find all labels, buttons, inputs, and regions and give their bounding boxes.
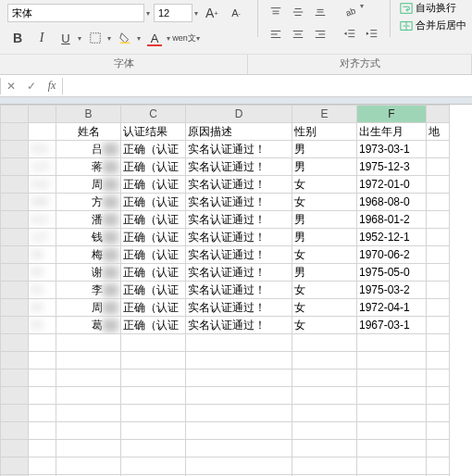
- cell[interactable]: [427, 370, 450, 387]
- cell[interactable]: 正确（认证: [121, 158, 186, 176]
- border-dropdown-icon[interactable]: ▾: [107, 34, 111, 43]
- cell[interactable]: 1968-08-0: [357, 194, 427, 211]
- cell[interactable]: 正确（认证: [121, 194, 186, 211]
- col-header-c[interactable]: C: [121, 106, 186, 123]
- col-header-a[interactable]: [29, 106, 56, 123]
- cell[interactable]: [186, 405, 292, 422]
- cell[interactable]: 实名认证通过！: [186, 229, 292, 246]
- cell[interactable]: [56, 370, 121, 387]
- cell[interactable]: 1970-06-2: [357, 246, 427, 264]
- orientation-dropdown-icon[interactable]: ▾: [360, 2, 364, 22]
- phonetic-button[interactable]: wen文: [174, 28, 194, 48]
- increase-indent-button[interactable]: [362, 24, 382, 44]
- cell[interactable]: [357, 352, 427, 370]
- cell[interactable]: [186, 422, 292, 440]
- align-middle-button[interactable]: [288, 2, 308, 22]
- row-header[interactable]: [1, 123, 29, 141]
- spreadsheet-grid[interactable]: B C D E F 姓名 认证结果 原因描述 性别 出生年月 地 031 吕██…: [0, 105, 472, 476]
- cell[interactable]: 实名认证通过！: [186, 317, 292, 334]
- cell[interactable]: [292, 422, 357, 440]
- cell[interactable]: [292, 352, 357, 370]
- cell[interactable]: [29, 457, 56, 475]
- cell[interactable]: [121, 422, 186, 440]
- align-top-button[interactable]: [266, 2, 286, 22]
- cell[interactable]: 钱██: [56, 229, 121, 246]
- cell[interactable]: 女: [292, 194, 357, 211]
- merge-center-button[interactable]: 合并后居中: [398, 18, 468, 33]
- cell[interactable]: [29, 387, 56, 405]
- cancel-formula-button[interactable]: ✕: [1, 76, 21, 96]
- cell[interactable]: [427, 387, 450, 405]
- align-bottom-button[interactable]: [310, 2, 330, 22]
- cell[interactable]: [121, 440, 186, 457]
- accept-formula-button[interactable]: ✓: [21, 76, 42, 96]
- cell[interactable]: 127: [29, 229, 56, 246]
- cell[interactable]: 正确（认证: [121, 246, 186, 264]
- align-center-button[interactable]: [288, 24, 308, 44]
- cell[interactable]: 李██: [56, 282, 121, 299]
- cell[interactable]: [357, 334, 427, 352]
- row-header[interactable]: [1, 370, 29, 387]
- cell[interactable]: 正确（认证: [121, 211, 186, 229]
- col-header-b[interactable]: B: [56, 106, 121, 123]
- cell[interactable]: [121, 334, 186, 352]
- cell[interactable]: 04: [29, 299, 56, 317]
- cell[interactable]: [29, 370, 56, 387]
- row-header[interactable]: [1, 352, 29, 370]
- cell[interactable]: 女: [292, 317, 357, 334]
- cell[interactable]: 正确（认证: [121, 299, 186, 317]
- cell[interactable]: [357, 422, 427, 440]
- row-header[interactable]: [1, 246, 29, 264]
- cell[interactable]: 012: [29, 211, 56, 229]
- cell[interactable]: [427, 352, 450, 370]
- cell[interactable]: [121, 352, 186, 370]
- cell[interactable]: [29, 405, 56, 422]
- align-right-button[interactable]: [310, 24, 330, 44]
- cell[interactable]: [427, 405, 450, 422]
- row-header[interactable]: [1, 141, 29, 158]
- cell[interactable]: [292, 457, 357, 475]
- cell[interactable]: [427, 264, 450, 282]
- formula-input[interactable]: [63, 75, 472, 96]
- cell[interactable]: 谢██: [56, 264, 121, 282]
- cell[interactable]: 男: [292, 264, 357, 282]
- cell[interactable]: [29, 123, 56, 141]
- grow-font-button[interactable]: A+: [202, 3, 222, 23]
- cell[interactable]: [56, 334, 121, 352]
- cell[interactable]: 实名认证通过！: [186, 141, 292, 158]
- cell[interactable]: 男: [292, 141, 357, 158]
- cell[interactable]: 实名认证通过！: [186, 282, 292, 299]
- cell[interactable]: [292, 387, 357, 405]
- cell[interactable]: 出生年月: [357, 123, 427, 141]
- row-header[interactable]: [1, 176, 29, 194]
- border-button[interactable]: [85, 28, 106, 48]
- cell[interactable]: [427, 317, 450, 334]
- shrink-font-button[interactable]: A-: [226, 3, 246, 23]
- cell[interactable]: 认证结果: [121, 123, 186, 141]
- row-header[interactable]: [1, 194, 29, 211]
- row-header[interactable]: [1, 440, 29, 457]
- cell[interactable]: [427, 246, 450, 264]
- cell[interactable]: [186, 334, 292, 352]
- cell[interactable]: 正确（认证: [121, 141, 186, 158]
- cell[interactable]: [121, 370, 186, 387]
- fill-color-dropdown-icon[interactable]: ▾: [137, 34, 141, 43]
- bold-button[interactable]: B: [7, 28, 28, 48]
- cell[interactable]: 1952-12-1: [357, 229, 427, 246]
- cell[interactable]: [357, 457, 427, 475]
- cell[interactable]: [292, 405, 357, 422]
- cell[interactable]: 1975-05-0: [357, 264, 427, 282]
- row-header[interactable]: [1, 405, 29, 422]
- cell[interactable]: 正确（认证: [121, 264, 186, 282]
- cell[interactable]: [56, 387, 121, 405]
- cell[interactable]: 1967-03-1: [357, 317, 427, 334]
- cell[interactable]: 123: [29, 158, 56, 176]
- cell[interactable]: [121, 387, 186, 405]
- wrap-text-button[interactable]: 自动换行: [398, 0, 468, 16]
- cell[interactable]: 031: [29, 141, 56, 158]
- cell[interactable]: [427, 334, 450, 352]
- decrease-indent-button[interactable]: [340, 24, 360, 44]
- cell[interactable]: 03: [29, 282, 56, 299]
- cell[interactable]: [56, 457, 121, 475]
- align-left-button[interactable]: [266, 24, 286, 44]
